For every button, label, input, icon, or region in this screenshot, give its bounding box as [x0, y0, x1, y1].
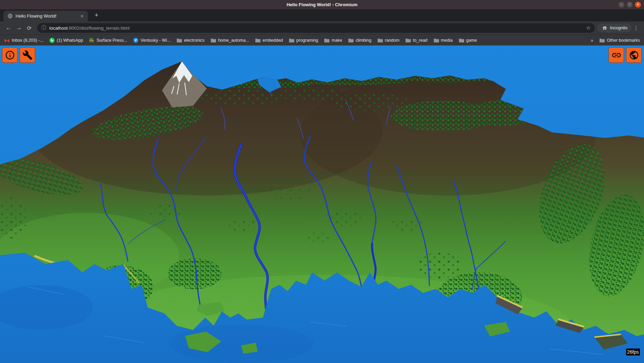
fps-counter: 26fps: [626, 349, 640, 355]
incognito-badge: Incognito: [597, 23, 632, 32]
maximize-button[interactable]: □: [627, 2, 633, 8]
address-bar[interactable]: ⓘ localhost:8002/dist/flowing_terrain.ht…: [37, 23, 595, 33]
wrench-icon: [22, 50, 33, 60]
bookmark-folder-home-automation[interactable]: home_automa...: [211, 38, 249, 43]
window-titlebar: Hello Flowing World! - Chromium − □ ✕: [0, 0, 644, 10]
new-tab-button[interactable]: +: [92, 11, 101, 19]
tab-close-icon[interactable]: ✕: [79, 13, 85, 19]
bookmark-label: game: [466, 38, 477, 43]
folder-icon: [289, 38, 294, 43]
bookmark-folder-embedded[interactable]: embedded: [255, 38, 283, 43]
bookmark-folder-programing[interactable]: programing: [289, 38, 318, 43]
info-button[interactable]: [2, 47, 18, 63]
minimize-button[interactable]: −: [619, 2, 624, 8]
tab-label: Hello Flowing World!: [16, 13, 76, 19]
close-button[interactable]: ✕: [635, 2, 641, 8]
bookmark-folder-random[interactable]: random: [377, 38, 399, 43]
folder-icon: [599, 38, 605, 43]
other-bookmarks-label: Other bookmarks: [607, 38, 640, 43]
folder-icon: [176, 38, 182, 43]
tab-hello-flowing-world[interactable]: Hello Flowing World! ✕: [3, 11, 88, 21]
incognito-label: Incognito: [610, 26, 627, 30]
link-icon: [611, 50, 622, 60]
bookmark-label: programing: [296, 38, 318, 43]
bookmark-folder-to-read[interactable]: to_read: [405, 38, 427, 43]
tools-button[interactable]: [20, 47, 35, 63]
tab-strip: Hello Flowing World! ✕ +: [0, 10, 644, 21]
layers-icon: [89, 38, 94, 43]
bookmark-folder-game[interactable]: game: [459, 38, 477, 43]
browser-menu-button[interactable]: ⋮: [632, 25, 641, 31]
folder-icon: [324, 38, 329, 43]
back-button[interactable]: ←: [3, 24, 14, 31]
info-icon: [5, 50, 15, 60]
bookmark-label: electronics: [184, 38, 205, 43]
incognito-spy-icon: [602, 26, 608, 31]
tab-favicon-globe-icon: [8, 13, 13, 19]
bookmark-label: make: [331, 38, 342, 43]
browser-toolbar: ← → ⟳ ⓘ localhost:8002/dist/flowing_terr…: [0, 21, 644, 34]
folder-icon: [433, 38, 439, 43]
bookmark-label: random: [385, 38, 399, 43]
bookmark-label: Ventusky - Wi...: [141, 38, 171, 43]
reload-button[interactable]: ⟳: [24, 25, 34, 31]
bookmark-whatsapp[interactable]: (1) WhatsApp: [49, 38, 83, 43]
folder-icon: [377, 38, 383, 43]
url-text: localhost:8002/dist/flowing_terrain.html: [49, 26, 130, 31]
globe-icon: [629, 50, 639, 60]
bookmarks-bar: Inbox (8,203) -... (1) WhatsApp Surface …: [0, 34, 644, 46]
bookmark-folder-media[interactable]: media: [433, 38, 453, 43]
url-host: localhost: [49, 26, 68, 31]
folder-icon: [348, 38, 354, 43]
folder-icon: [405, 38, 411, 43]
whatsapp-icon: [49, 38, 55, 43]
bookmark-label: Inbox (8,203) -...: [12, 38, 43, 43]
link-button[interactable]: [609, 47, 624, 63]
globe-button[interactable]: [626, 47, 642, 63]
forward-button[interactable]: →: [14, 24, 24, 31]
terrain-canvas[interactable]: [0, 46, 644, 363]
bookmark-folder-make[interactable]: make: [324, 38, 342, 43]
bookmark-star-icon[interactable]: ☆: [586, 25, 591, 31]
bookmark-label: embedded: [263, 38, 283, 43]
bookmark-label: media: [441, 38, 453, 43]
other-bookmarks[interactable]: Other bookmarks: [599, 38, 640, 43]
bookmark-label: climbing: [356, 38, 371, 43]
bookmarks-overflow-chevron[interactable]: »: [591, 38, 593, 43]
folder-icon: [459, 38, 464, 43]
bookmark-label: home_automa...: [218, 38, 249, 43]
window-title: Hello Flowing World! - Chromium: [0, 2, 644, 7]
terrain-viewport: 26fps: [0, 46, 644, 363]
bookmark-surface-pressure[interactable]: Surface Press...: [89, 38, 127, 43]
bookmark-inbox[interactable]: Inbox (8,203) -...: [4, 38, 43, 43]
page-info-icon[interactable]: ⓘ: [41, 25, 46, 31]
ventusky-icon: [133, 38, 139, 43]
bookmark-folder-climbing[interactable]: climbing: [348, 38, 371, 43]
bookmark-ventusky[interactable]: Ventusky - Wi...: [133, 38, 171, 43]
folder-icon: [255, 38, 260, 43]
gmail-icon: [4, 38, 10, 43]
bookmark-label: Surface Press...: [96, 38, 127, 43]
bookmark-folder-electronics[interactable]: electronics: [176, 38, 205, 43]
folder-icon: [211, 38, 216, 43]
bookmark-label: to_read: [413, 38, 427, 43]
window-controls: − □ ✕: [619, 2, 644, 8]
url-path: :8002/dist/flowing_terrain.html: [68, 26, 129, 31]
bookmark-label: (1) WhatsApp: [57, 38, 83, 43]
